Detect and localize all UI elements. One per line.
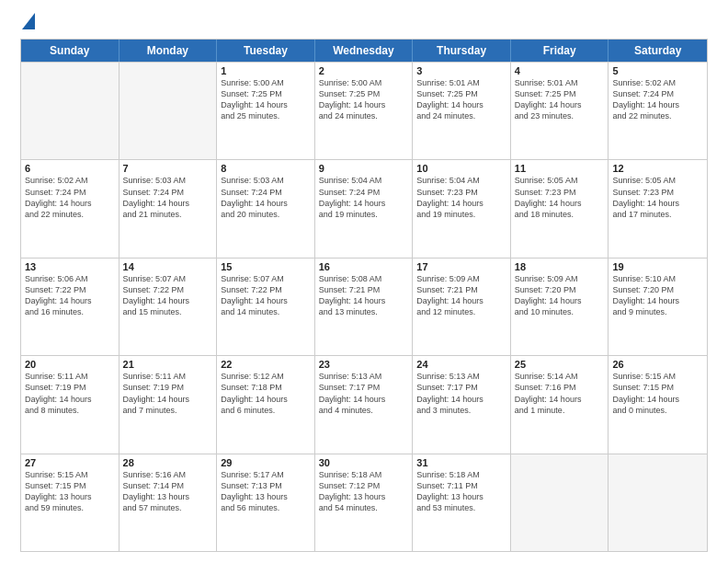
cell-line: Sunrise: 5:02 AM	[25, 175, 115, 186]
cell-line: Sunset: 7:24 PM	[612, 88, 703, 99]
cell-line: Sunset: 7:22 PM	[221, 284, 311, 295]
cell-line: Daylight: 14 hours	[515, 99, 605, 110]
cell-line: Sunset: 7:24 PM	[123, 187, 213, 198]
cell-line: Sunset: 7:14 PM	[123, 480, 213, 491]
calendar-row-1: 1Sunrise: 5:00 AMSunset: 7:25 PMDaylight…	[21, 62, 707, 159]
cell-line: Sunset: 7:19 PM	[123, 382, 213, 393]
cell-line: Sunset: 7:23 PM	[612, 187, 703, 198]
calendar-cell-5: 5Sunrise: 5:02 AMSunset: 7:24 PMDaylight…	[609, 63, 707, 159]
day-number: 11	[515, 163, 605, 174]
cell-line: Daylight: 14 hours	[612, 295, 703, 306]
calendar-cell-4: 4Sunrise: 5:01 AMSunset: 7:25 PMDaylight…	[511, 63, 609, 159]
cell-line: Sunrise: 5:11 AM	[123, 371, 213, 382]
calendar-cell-31: 31Sunrise: 5:18 AMSunset: 7:11 PMDayligh…	[413, 454, 511, 551]
calendar-cell-20: 20Sunrise: 5:11 AMSunset: 7:19 PMDayligh…	[21, 356, 119, 453]
cell-line: Daylight: 14 hours	[221, 394, 311, 405]
cell-line: Sunrise: 5:02 AM	[612, 77, 703, 88]
cell-line: and 56 minutes.	[221, 502, 311, 513]
cell-line: Daylight: 14 hours	[515, 394, 605, 405]
cell-line: Sunrise: 5:04 AM	[319, 175, 409, 186]
calendar-cell-14: 14Sunrise: 5:07 AMSunset: 7:22 PMDayligh…	[119, 259, 218, 355]
cell-line: Sunrise: 5:10 AM	[612, 273, 703, 284]
calendar-cell-15: 15Sunrise: 5:07 AMSunset: 7:22 PMDayligh…	[217, 259, 315, 355]
day-number: 26	[612, 359, 703, 370]
cell-line: Sunset: 7:20 PM	[612, 284, 703, 295]
calendar-cell-19: 19Sunrise: 5:10 AMSunset: 7:20 PMDayligh…	[609, 259, 707, 355]
day-number: 13	[25, 261, 115, 272]
cell-line: Sunset: 7:18 PM	[221, 382, 311, 393]
cell-line: Sunset: 7:22 PM	[123, 284, 213, 295]
day-number: 24	[416, 359, 506, 370]
day-number: 6	[25, 163, 115, 174]
cell-line: and 7 minutes.	[123, 405, 213, 416]
cell-line: Daylight: 14 hours	[123, 198, 213, 209]
header-day-tuesday: Tuesday	[217, 40, 315, 62]
cell-line: Sunrise: 5:07 AM	[123, 273, 213, 284]
cell-line: Sunset: 7:13 PM	[221, 480, 311, 491]
calendar-row-5: 27Sunrise: 5:15 AMSunset: 7:15 PMDayligh…	[21, 454, 707, 551]
cell-line: Daylight: 13 hours	[123, 491, 213, 502]
cell-line: Daylight: 14 hours	[612, 198, 703, 209]
cell-line: Sunrise: 5:17 AM	[221, 469, 311, 480]
cell-line: Sunset: 7:19 PM	[25, 382, 115, 393]
calendar-cell-empty	[609, 454, 707, 551]
cell-line: Sunset: 7:25 PM	[221, 88, 311, 99]
cell-line: Daylight: 14 hours	[416, 198, 506, 209]
calendar-cell-21: 21Sunrise: 5:11 AMSunset: 7:19 PMDayligh…	[119, 356, 218, 453]
cell-line: Sunrise: 5:15 AM	[25, 469, 115, 480]
cell-line: Sunset: 7:25 PM	[416, 88, 506, 99]
cell-line: Sunrise: 5:15 AM	[612, 371, 703, 382]
cell-line: Daylight: 14 hours	[221, 198, 311, 209]
calendar-cell-empty	[511, 454, 609, 551]
day-number: 20	[25, 359, 115, 370]
cell-line: and 21 minutes.	[123, 209, 213, 220]
cell-line: Daylight: 14 hours	[221, 295, 311, 306]
calendar-header: SundayMondayTuesdayWednesdayThursdayFrid…	[21, 40, 707, 62]
calendar-cell-7: 7Sunrise: 5:03 AMSunset: 7:24 PMDaylight…	[119, 160, 218, 257]
cell-line: Sunset: 7:11 PM	[416, 480, 506, 491]
cell-line: Sunset: 7:25 PM	[515, 88, 605, 99]
day-number: 4	[515, 65, 605, 76]
cell-line: Sunset: 7:22 PM	[25, 284, 115, 295]
cell-line: Sunrise: 5:00 AM	[221, 77, 311, 88]
cell-line: Sunrise: 5:16 AM	[123, 469, 213, 480]
day-number: 28	[123, 457, 213, 468]
cell-line: and 8 minutes.	[25, 405, 115, 416]
calendar-cell-16: 16Sunrise: 5:08 AMSunset: 7:21 PMDayligh…	[315, 259, 414, 355]
cell-line: Daylight: 13 hours	[221, 491, 311, 502]
header-day-saturday: Saturday	[609, 40, 707, 62]
cell-line: and 18 minutes.	[515, 209, 605, 220]
cell-line: Daylight: 14 hours	[319, 295, 409, 306]
cell-line: Daylight: 14 hours	[25, 198, 115, 209]
cell-line: Sunset: 7:17 PM	[416, 382, 506, 393]
cell-line: Daylight: 13 hours	[25, 491, 115, 502]
cell-line: Sunrise: 5:13 AM	[319, 371, 409, 382]
calendar-cell-25: 25Sunrise: 5:14 AMSunset: 7:16 PMDayligh…	[511, 356, 609, 453]
cell-line: and 1 minute.	[515, 405, 605, 416]
page: SundayMondayTuesdayWednesdayThursdayFrid…	[0, 0, 728, 563]
calendar-cell-13: 13Sunrise: 5:06 AMSunset: 7:22 PMDayligh…	[21, 259, 119, 355]
cell-line: Sunset: 7:21 PM	[416, 284, 506, 295]
cell-line: and 57 minutes.	[123, 502, 213, 513]
calendar-cell-12: 12Sunrise: 5:05 AMSunset: 7:23 PMDayligh…	[609, 160, 707, 257]
header-day-wednesday: Wednesday	[315, 40, 414, 62]
cell-line: Sunset: 7:17 PM	[319, 382, 409, 393]
day-number: 2	[319, 65, 409, 76]
calendar-row-4: 20Sunrise: 5:11 AMSunset: 7:19 PMDayligh…	[21, 355, 707, 453]
cell-line: and 16 minutes.	[25, 306, 115, 317]
cell-line: and 22 minutes.	[612, 110, 703, 121]
cell-line: Sunrise: 5:05 AM	[612, 175, 703, 186]
cell-line: Daylight: 14 hours	[123, 394, 213, 405]
cell-line: and 9 minutes.	[612, 306, 703, 317]
cell-line: and 17 minutes.	[612, 209, 703, 220]
cell-line: Daylight: 14 hours	[515, 198, 605, 209]
calendar-row-3: 13Sunrise: 5:06 AMSunset: 7:22 PMDayligh…	[21, 258, 707, 355]
cell-line: Sunrise: 5:04 AM	[416, 175, 506, 186]
header-day-sunday: Sunday	[21, 40, 119, 62]
cell-line: Daylight: 14 hours	[319, 394, 409, 405]
day-number: 7	[123, 163, 213, 174]
day-number: 12	[612, 163, 703, 174]
day-number: 15	[221, 261, 311, 272]
cell-line: Sunset: 7:12 PM	[319, 480, 409, 491]
day-number: 23	[319, 359, 409, 370]
